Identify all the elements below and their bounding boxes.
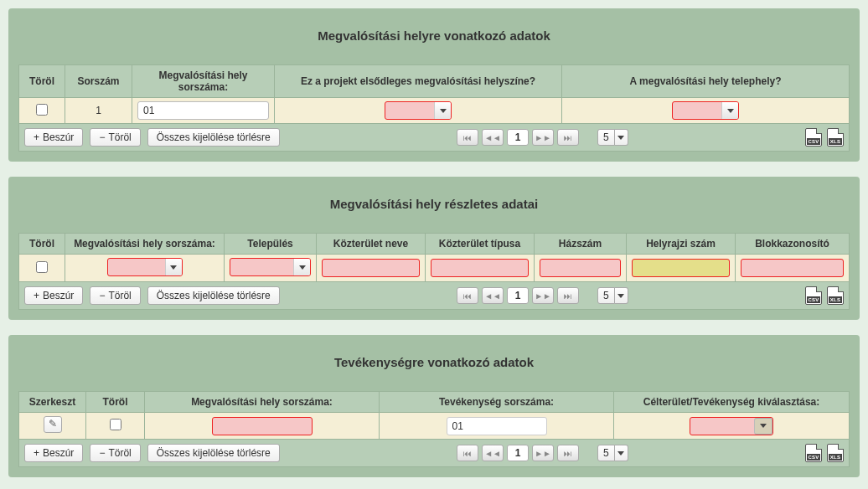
pager-next-button[interactable]: ►► (532, 445, 554, 461)
th-block: Blokkazonosító (736, 234, 850, 255)
th-street: Közterület neve (317, 234, 426, 255)
insert-button[interactable]: +Beszúr (24, 128, 83, 147)
th-primary: Ez a projekt elsődleges megvalósítási he… (275, 65, 562, 98)
pager-next-button[interactable]: ►► (532, 287, 554, 304)
chevron-down-icon (617, 136, 624, 140)
th-delete: Töröl (19, 65, 65, 98)
chevron-down-icon (760, 424, 767, 428)
export-csv-icon[interactable]: CSV (805, 128, 822, 147)
street-type-input[interactable] (431, 259, 529, 277)
chevron-down-icon (170, 265, 177, 270)
delete-button[interactable]: −Töröl (90, 444, 140, 462)
th-type: Közterület típusa (426, 234, 535, 255)
th-seq: Sorszám (65, 65, 132, 98)
pager-current: 1 (507, 445, 529, 461)
page-size-value: 5 (597, 129, 615, 146)
table-row: 01 (19, 413, 850, 440)
activity-locseq-input[interactable] (212, 417, 313, 435)
select-all-button[interactable]: Összes kijelölése törlésre (147, 444, 280, 462)
delete-button[interactable]: −Töröl (90, 286, 140, 305)
locseq-select[interactable] (107, 258, 183, 276)
page-size-value: 5 (597, 287, 615, 304)
activity-seq-value: 01 (447, 417, 547, 435)
primary-select[interactable] (385, 101, 452, 120)
pager-first-button[interactable]: ⏮ (457, 129, 478, 146)
pager-current: 1 (507, 287, 529, 304)
th-site: A megvalósítási hely telephely? (562, 65, 850, 98)
insert-button[interactable]: +Beszúr (24, 444, 83, 462)
pager-prev-button[interactable]: ◄◄ (482, 445, 504, 461)
page-size-dropdown[interactable] (615, 129, 628, 146)
chevron-down-icon (617, 451, 624, 456)
pager-next-button[interactable]: ►► (532, 129, 554, 146)
chevron-down-icon (617, 294, 624, 298)
th-house: Házszám (535, 234, 627, 255)
activity-controls: +Beszúr −Töröl Összes kijelölése törlésr… (18, 440, 850, 467)
panel-detail-title: Megvalósítási hely részletes adatai (18, 187, 850, 233)
site-select[interactable] (672, 101, 739, 120)
panel-activity-title: Tevékenységre vonatkozó adatok (18, 345, 850, 391)
cell-seq: 1 (65, 98, 132, 124)
chevron-down-icon (727, 109, 734, 113)
th-edit: Szerkeszt (19, 392, 86, 413)
row-delete-checkbox[interactable] (36, 104, 48, 116)
export-xls-icon[interactable]: XLS (827, 286, 844, 305)
select-all-button[interactable]: Összes kijelölése törlésre (147, 128, 280, 147)
export-csv-icon[interactable]: CSV (805, 286, 822, 305)
pager-last-button[interactable]: ⏭ (557, 287, 579, 304)
town-select[interactable] (230, 258, 311, 276)
panel-location: Megvalósítási helyre vonatkozó adatok Tö… (8, 8, 860, 162)
pager-last-button[interactable]: ⏭ (557, 445, 579, 461)
th-locseq: Megvalósítási hely sorszáma: (132, 65, 275, 98)
th-actseq: Tevékenység sorszáma: (380, 392, 614, 413)
chevron-down-icon (440, 109, 447, 113)
pager-current: 1 (507, 129, 529, 146)
chevron-down-icon (299, 265, 306, 270)
page-size-dropdown[interactable] (615, 287, 628, 304)
th-town: Település (225, 234, 317, 255)
panel-detail: Megvalósítási hely részletes adatai Törö… (8, 177, 860, 320)
location-controls: +Beszúr −Töröl Összes kijelölése törlésr… (18, 124, 850, 152)
house-input[interactable] (540, 259, 621, 277)
table-row: 1 (19, 98, 850, 124)
table-row (19, 255, 850, 282)
detail-controls: +Beszúr −Töröl Összes kijelölése törlésr… (18, 282, 850, 310)
export-xls-icon[interactable]: XLS (827, 128, 844, 147)
export-xls-icon[interactable]: XLS (827, 444, 844, 462)
th-locseq: Megvalósítási hely sorszáma: (65, 234, 225, 255)
panel-location-title: Megvalósítási helyre vonatkozó adatok (18, 18, 850, 64)
th-target: Célterület/Tevékenység kiválasztása: (614, 392, 850, 413)
street-input[interactable] (322, 259, 420, 277)
row-delete-checkbox[interactable] (110, 419, 121, 430)
locseq-input[interactable] (137, 101, 269, 120)
pager-last-button[interactable]: ⏭ (557, 129, 579, 146)
page-size-dropdown[interactable] (615, 445, 628, 461)
th-delete: Töröl (19, 234, 65, 255)
page-size-value: 5 (597, 445, 615, 461)
th-delete: Töröl (86, 392, 145, 413)
detail-table: Töröl Megvalósítási hely sorszáma: Telep… (18, 233, 850, 282)
lot-input[interactable] (632, 259, 730, 277)
edit-button[interactable] (44, 416, 62, 433)
pager-prev-button[interactable]: ◄◄ (482, 287, 504, 304)
delete-button[interactable]: −Töröl (90, 128, 140, 147)
select-all-button[interactable]: Összes kijelölése törlésre (147, 286, 280, 305)
th-locseq: Megvalósítási hely sorszáma: (145, 392, 380, 413)
location-table: Töröl Sorszám Megvalósítási hely sorszám… (18, 64, 850, 124)
pager-first-button[interactable]: ⏮ (457, 287, 478, 304)
panel-activity: Tevékenységre vonatkozó adatok Szerkeszt… (8, 335, 860, 477)
pager-prev-button[interactable]: ◄◄ (482, 129, 504, 146)
row-delete-checkbox[interactable] (36, 261, 48, 273)
insert-button[interactable]: +Beszúr (24, 286, 83, 305)
block-input[interactable] (741, 259, 844, 277)
target-select[interactable] (690, 417, 773, 435)
pager-first-button[interactable]: ⏮ (457, 445, 478, 461)
activity-table: Szerkeszt Töröl Megvalósítási hely sorsz… (18, 391, 850, 440)
export-csv-icon[interactable]: CSV (805, 444, 822, 462)
th-lot: Helyrajzi szám (627, 234, 736, 255)
